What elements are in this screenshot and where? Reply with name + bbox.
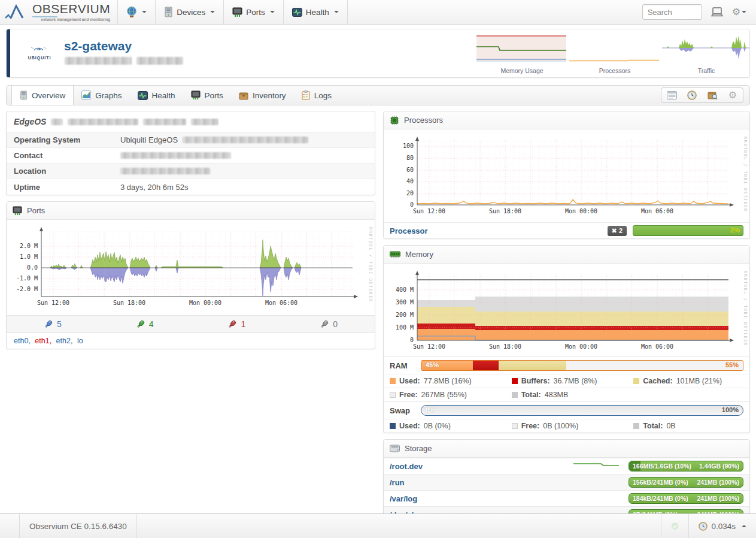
ram-label: RAM [390,361,421,370]
interface-link-eth1[interactable]: eth1, [35,337,51,345]
device-info-panel: EdgeOS Operating System Ubiquiti EdgeOS … [6,111,375,195]
rrdtool-watermark: RRDTOOL / TOBI OETIKER [743,271,748,346]
brand-name: OBSERVIUM [32,2,110,15]
redacted-text [68,119,138,125]
svg-text:300 M: 300 M [396,299,414,306]
svg-text:Mon 00:00: Mon 00:00 [565,343,597,350]
menu-ports-label: Ports [246,8,265,17]
menu-health[interactable]: Health [283,0,348,24]
swap-bar-row[interactable]: Swap 0% 100% [384,401,749,419]
inventory-search-button[interactable] [702,88,722,102]
chevron-down-icon [210,11,215,13]
svg-text:2.0 M: 2.0 M [20,243,38,249]
storage-usage-pill: 166MB/1.6GB (10%) 1.44GB (90%) [629,461,743,471]
port-count-total[interactable]: 5 [7,316,99,333]
chevron-up-icon [742,525,746,527]
port-count-value: 1 [241,319,245,329]
clock-icon [687,90,697,100]
info-row-uptime: Uptime 3 days, 20h 6m 52s [7,179,375,195]
port-count-up[interactable]: 4 [99,316,191,333]
menu-ports[interactable]: Ports [223,0,283,24]
tab-health[interactable]: Health [130,86,183,105]
notes-button[interactable] [661,88,682,102]
device-settings-button[interactable]: ⚙ [722,88,743,102]
search-input[interactable] [642,4,702,20]
redacted-text [65,57,132,65]
processor-row[interactable]: Processor ✖ 2 2% [384,222,749,238]
port-count-down[interactable]: 1 [191,316,283,333]
storage-path[interactable]: /var/log [390,494,629,503]
panel-title: Storage [405,444,432,453]
storage-usage-pill: 156kB/241MB (0%) 241MB (100%) [629,477,743,488]
minigraph-processors[interactable]: Processors [569,34,660,74]
ports-traffic-graph[interactable]: 2.0 M 1.0 M 0.0 -1.0 M -2.0 M Sun 12:00 … [7,220,375,315]
info-row-location: Location [7,164,375,179]
swap-free-legend-swatch [512,423,518,429]
svg-text:Mon 00:00: Mon 00:00 [189,300,221,306]
interface-link-eth2[interactable]: eth2, [56,337,73,345]
buffers-legend-swatch [512,378,518,384]
port-count-value: 5 [57,319,62,329]
storage-path[interactable]: /run [390,478,629,487]
interface-link-eth0[interactable]: eth0, [14,337,31,345]
memory-graph[interactable]: 400 M 300 M 200 M 100 M 0 Sun 12:00 Sun … [384,264,749,356]
tab-label: Logs [314,91,332,100]
history-button[interactable] [682,88,702,102]
ram-stats: Used:77.8MB (16%) Buffers:36.7MB (8%) Ca… [384,374,749,401]
menu-devices[interactable]: Devices [155,0,223,24]
vendor-logo: UBIQUITI [23,45,56,60]
redacted-text [136,57,183,65]
global-menu[interactable] [117,0,155,24]
observium-logo[interactable]: OBSERVIUM network management and monitor… [0,0,117,24]
device-tabbar: Overview Graphs Health Ports Inventory L… [6,85,750,105]
cpu-icon [390,116,399,125]
info-label: Operating System [7,133,120,147]
svg-text:60: 60 [406,167,414,173]
swap-usage-bar: 0% 100% [421,405,743,416]
health-icon [138,91,148,100]
port-count-disabled[interactable]: 0 [283,316,375,333]
processors-panel-header: Processors [384,111,749,129]
minigraph-traffic[interactable]: Traffic [661,34,752,74]
gentime-value: 0.034s [711,522,736,531]
chevron-down-icon [142,11,147,13]
rrdtool-watermark: RRDTOOL / TOBI OETIKER [743,137,748,212]
ram-bar-row[interactable]: RAM 45% 55% [384,356,749,374]
storage-used-label: 156kB/241MB (0%) [633,479,688,486]
svg-text:Sun 18:00: Sun 18:00 [489,343,521,350]
device-name[interactable]: s2-gateway [64,39,132,53]
tab-inventory[interactable]: Inventory [231,86,294,105]
footer-version[interactable]: Observium CE 0.15.6.6430 [20,514,137,538]
tab-ports[interactable]: Ports [183,86,232,105]
swap-used-label: 0% [426,406,435,413]
storage-path[interactable]: /root.dev [390,462,572,471]
used-legend-swatch [390,378,396,384]
tab-logs[interactable]: Logs [294,86,339,105]
stat-value: 267MB (55%) [421,391,467,399]
processors-graph[interactable]: 100 80 60 40 20 0 Sun 12:00 Sun 18:00 Mo… [384,129,749,222]
minigraph-memory[interactable]: Memory Usage [476,34,567,74]
menu-devices-label: Devices [177,8,205,17]
plug-icon-red [227,319,237,329]
svg-text:100: 100 [403,143,414,149]
log-icon [302,90,310,100]
footer-gentime[interactable]: 0.034s [688,514,756,538]
redacted-text [120,152,231,159]
traffic-mini-chart [661,34,751,63]
minigraph-label: Traffic [661,67,752,74]
storage-row-run[interactable]: /run 156kB/241MB (0%) 241MB (100%) [384,474,749,490]
tab-overview[interactable]: Overview [11,86,74,105]
storage-usage-pill: 184kB/241MB (0%) 241MB (100%) [629,493,743,504]
swap-free-label: 100% [722,406,739,413]
swap-total-legend-swatch [633,423,639,429]
swap-label: Swap [390,406,421,415]
storage-row-root[interactable]: /root.dev 166MB/1.6GB (10%) 1.44GB (90%) [384,458,749,474]
tab-graphs[interactable]: Graphs [74,86,129,105]
display-icon[interactable] [711,7,724,17]
footer: Observium CE 0.15.6.6430 0.034s [0,513,756,538]
processor-name[interactable]: Processor [390,226,608,235]
stat-value: 77.8MB (16%) [424,377,472,385]
storage-row-varlog[interactable]: /var/log 184kB/241MB (0%) 241MB (100%) [384,490,749,506]
interface-link-lo[interactable]: lo [77,337,83,345]
settings-menu[interactable]: ⚙ [732,7,746,17]
